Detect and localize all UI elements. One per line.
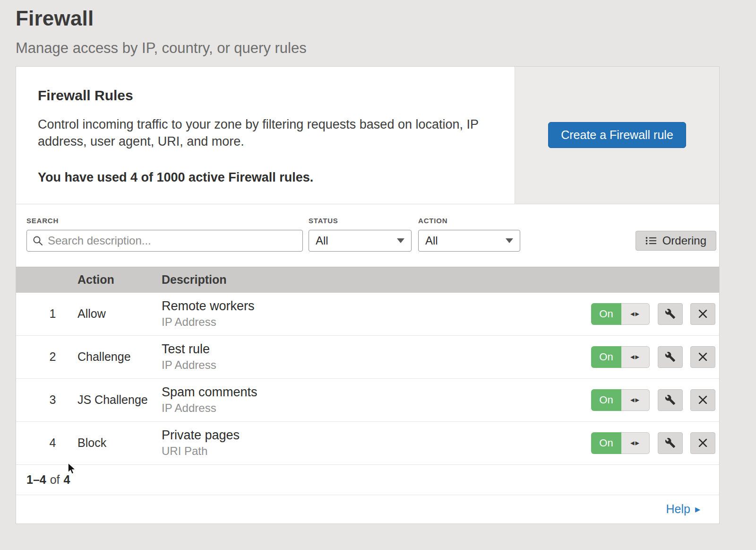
rule-description: Spam comments IP Address <box>162 385 591 415</box>
help-bar: Help ▸ <box>16 495 719 524</box>
create-firewall-rule-button[interactable]: Create a Firewall rule <box>548 122 686 148</box>
rule-enabled-toggle[interactable]: On ◂▸ <box>591 346 650 368</box>
intro-description: Control incoming traffic to your zone by… <box>38 116 487 150</box>
table-header: Action Description <box>16 267 719 293</box>
rule-title: Test rule <box>162 342 591 357</box>
search-icon <box>33 236 43 248</box>
pagination-range: 1–4 <box>26 473 46 487</box>
rule-action: JS Challenge <box>77 393 162 407</box>
action-filter: ACTION All <box>418 217 520 252</box>
intro-text: Firewall Rules Control incoming traffic … <box>16 67 515 204</box>
chevron-down-icon <box>506 238 513 243</box>
table-row: 2 Challenge Test rule IP Address On ◂▸ <box>16 336 719 379</box>
rules-usage-text: You have used 4 of 1000 active Firewall … <box>38 170 493 185</box>
toggle-arrows-icon[interactable]: ◂▸ <box>621 432 650 454</box>
rule-controls: On ◂▸ <box>591 303 719 325</box>
toggle-on-label[interactable]: On <box>591 346 621 368</box>
action-label: ACTION <box>418 217 520 225</box>
rule-enabled-toggle[interactable]: On ◂▸ <box>591 432 650 454</box>
filters-bar: SEARCH STATUS All ACTION All <box>16 204 719 267</box>
page-title: Firewall <box>16 7 756 30</box>
table-row: 1 Allow Remote workers IP Address On ◂▸ <box>16 293 719 336</box>
rule-priority: 1 <box>16 307 77 321</box>
rule-description: Remote workers IP Address <box>162 299 591 329</box>
status-selected-value: All <box>316 234 328 247</box>
ordering-list-icon <box>645 236 657 245</box>
table-row: 4 Block Private pages URI Path On ◂▸ <box>16 422 719 465</box>
search-filter: SEARCH <box>26 217 303 252</box>
wrench-icon <box>665 437 676 448</box>
ordering-button-label: Ordering <box>662 234 706 247</box>
page-subtitle: Manage access by IP, country, or query r… <box>16 40 756 57</box>
edit-rule-button[interactable] <box>658 346 683 368</box>
chevron-down-icon <box>397 238 404 243</box>
toggle-arrows-icon[interactable]: ◂▸ <box>621 303 650 325</box>
search-input[interactable] <box>26 230 303 252</box>
delete-rule-button[interactable] <box>690 432 715 454</box>
rule-description: Private pages URI Path <box>162 428 591 458</box>
rule-description: Test rule IP Address <box>162 342 591 372</box>
wrench-icon <box>665 308 676 319</box>
edit-rule-button[interactable] <box>658 432 683 454</box>
rule-controls: On ◂▸ <box>591 389 719 411</box>
action-select[interactable]: All <box>418 230 520 252</box>
toggle-on-label[interactable]: On <box>591 389 621 411</box>
rule-controls: On ◂▸ <box>591 432 719 454</box>
rule-field-type: IP Address <box>162 358 591 372</box>
status-filter: STATUS All <box>309 217 412 252</box>
ordering-button[interactable]: Ordering <box>636 231 716 251</box>
edit-rule-button[interactable] <box>658 303 683 325</box>
search-box <box>26 230 303 252</box>
rule-enabled-toggle[interactable]: On ◂▸ <box>591 303 650 325</box>
intro-heading: Firewall Rules <box>38 87 493 104</box>
rule-field-type: IP Address <box>162 402 591 415</box>
rule-priority: 3 <box>16 393 77 407</box>
pagination-total: 4 <box>64 473 70 487</box>
rule-title: Spam comments <box>162 385 591 400</box>
description-column-header: Description <box>162 273 591 287</box>
rule-action: Block <box>77 436 162 450</box>
status-label: STATUS <box>309 217 412 225</box>
toggle-arrows-icon[interactable]: ◂▸ <box>621 346 650 368</box>
toggle-on-label[interactable]: On <box>591 432 621 454</box>
toggle-arrows-icon[interactable]: ◂▸ <box>621 389 650 411</box>
page-header: Firewall Manage access by IP, country, o… <box>0 0 756 57</box>
toggle-on-label[interactable]: On <box>591 303 621 325</box>
search-label: SEARCH <box>26 217 303 225</box>
pagination-of: of <box>50 473 60 487</box>
rule-priority: 4 <box>16 436 77 450</box>
close-icon <box>698 309 708 319</box>
close-icon <box>698 352 708 362</box>
help-arrow-icon: ▸ <box>695 503 700 515</box>
table-row: 3 JS Challenge Spam comments IP Address … <box>16 379 719 422</box>
delete-rule-button[interactable] <box>690 389 715 411</box>
rule-enabled-toggle[interactable]: On ◂▸ <box>591 389 650 411</box>
rule-priority: 2 <box>16 350 77 364</box>
close-icon <box>698 395 708 405</box>
delete-rule-button[interactable] <box>690 346 715 368</box>
delete-rule-button[interactable] <box>690 303 715 325</box>
status-select[interactable]: All <box>309 230 412 252</box>
action-selected-value: All <box>425 234 438 247</box>
pagination: 1–4 of 4 <box>16 465 719 495</box>
edit-rule-button[interactable] <box>658 389 683 411</box>
rule-field-type: IP Address <box>162 315 591 329</box>
rule-title: Private pages <box>162 428 591 443</box>
help-link-label: Help <box>666 502 690 516</box>
rule-action: Allow <box>77 307 162 321</box>
firewall-rules-card: Firewall Rules Control incoming traffic … <box>16 66 720 524</box>
rule-controls: On ◂▸ <box>591 346 719 368</box>
rule-field-type: URI Path <box>162 445 591 458</box>
action-column-header: Action <box>77 273 162 287</box>
help-link[interactable]: Help ▸ <box>666 502 700 516</box>
intro-action-panel: Create a Firewall rule <box>515 67 719 204</box>
wrench-icon <box>665 351 676 362</box>
rule-title: Remote workers <box>162 299 591 314</box>
intro-section: Firewall Rules Control incoming traffic … <box>16 67 719 204</box>
rule-action: Challenge <box>77 350 162 364</box>
close-icon <box>698 438 708 448</box>
wrench-icon <box>665 394 676 405</box>
